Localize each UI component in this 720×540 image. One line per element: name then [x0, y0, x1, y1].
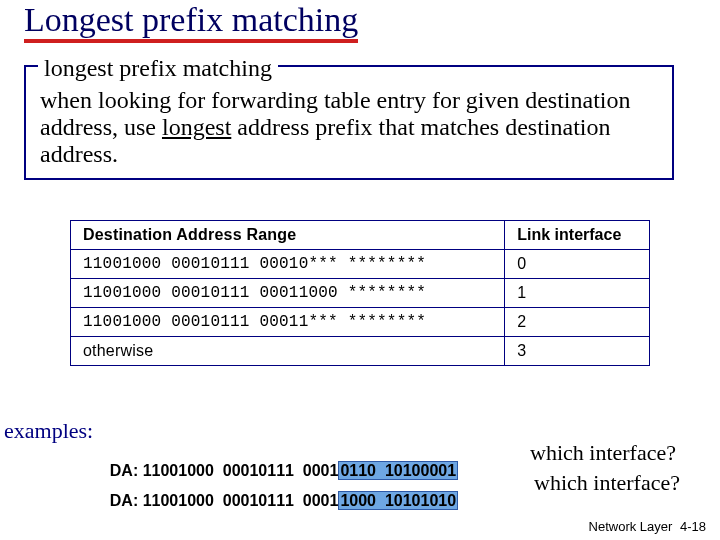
- table-row: otherwise 3: [71, 337, 650, 366]
- cell-dest: otherwise: [71, 337, 505, 366]
- cell-iface: 1: [505, 279, 650, 308]
- cell-iface: 0: [505, 250, 650, 279]
- cell-iface: 3: [505, 337, 650, 366]
- example-2-highlight: 1000 10101010: [338, 491, 458, 510]
- cell-dest: 11001000 00010111 00010*** ********: [71, 250, 505, 279]
- which-interface-1: which interface?: [530, 440, 676, 466]
- slide: Longest prefix matching when looking for…: [0, 0, 720, 540]
- definition-legend: longest prefix matching: [38, 55, 278, 82]
- routing-table-wrap: Destination Address Range Link interface…: [70, 220, 650, 366]
- example-2: DA: 11001000 00010111 00011000 10101010: [92, 474, 458, 528]
- col-header-iface: Link interface: [505, 221, 650, 250]
- definition-box: when looking for forwarding table entry …: [24, 65, 674, 180]
- cell-iface: 2: [505, 308, 650, 337]
- slide-title: Longest prefix matching: [24, 2, 358, 43]
- cell-dest: 11001000 00010111 00011*** ********: [71, 308, 505, 337]
- definition-text: when looking for forwarding table entry …: [40, 87, 658, 168]
- table-header-row: Destination Address Range Link interface: [71, 221, 650, 250]
- footer: Network Layer 4-18: [589, 519, 706, 534]
- table-row: 11001000 00010111 00011000 ******** 1: [71, 279, 650, 308]
- routing-table: Destination Address Range Link interface…: [70, 220, 650, 366]
- cell-dest: 11001000 00010111 00011000 ********: [71, 279, 505, 308]
- table-row: 11001000 00010111 00010*** ******** 0: [71, 250, 650, 279]
- table-row: 11001000 00010111 00011*** ******** 2: [71, 308, 650, 337]
- definition-underlined: longest: [162, 114, 231, 140]
- example-2-prefix: DA: 11001000 00010111 0001: [110, 492, 339, 509]
- footer-page: 4-18: [680, 519, 706, 534]
- which-interface-2: which interface?: [534, 470, 680, 496]
- examples-label: examples:: [4, 418, 93, 444]
- footer-label: Network Layer: [589, 519, 673, 534]
- col-header-dest: Destination Address Range: [71, 221, 505, 250]
